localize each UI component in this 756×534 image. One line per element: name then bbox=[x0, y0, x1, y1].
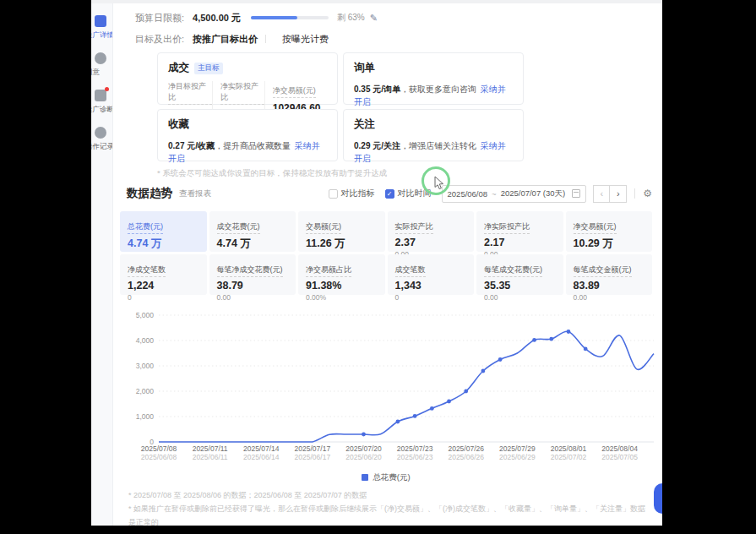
metric-label: 实际投产比 bbox=[395, 221, 433, 234]
metric-value: 11.26 万 bbox=[306, 237, 378, 251]
svg-text:5,000: 5,000 bbox=[136, 311, 155, 319]
svg-text:2025/07/26: 2025/07/26 bbox=[448, 444, 484, 453]
metric-tile[interactable]: 总花费(元)4.74 万0.00 bbox=[120, 211, 207, 252]
app-window: 推广详情创意推广诊断操作记录 预算日限额: 4,500.00 元 剩 63% ✎… bbox=[91, 0, 662, 526]
metric-compare-value: 0.00 bbox=[484, 293, 556, 302]
budget-slider[interactable] bbox=[251, 16, 329, 19]
svg-text:2025/08/01: 2025/08/01 bbox=[551, 444, 587, 453]
svg-text:2025/07/23: 2025/07/23 bbox=[397, 444, 433, 453]
metric-label: 交易额(元) bbox=[306, 221, 341, 234]
metric-tile[interactable]: 每笔成交金额(元)83.890.00 bbox=[566, 254, 653, 295]
goal-card-title: 收藏 bbox=[168, 117, 189, 132]
svg-text:2025/06/26: 2025/06/26 bbox=[448, 453, 484, 461]
bidding-option-exposure[interactable]: 按曝光计费 bbox=[282, 33, 329, 46]
campaign-icon bbox=[95, 15, 106, 27]
svg-text:2025/06/11: 2025/06/11 bbox=[193, 453, 228, 461]
trend-chart: 01,0002,0003,0004,0005,0002025/07/082025… bbox=[120, 308, 652, 471]
metric-value: 2.37 bbox=[395, 237, 467, 248]
svg-text:4,000: 4,000 bbox=[136, 336, 155, 345]
svg-text:2025/06/23: 2025/06/23 bbox=[397, 453, 433, 461]
goal-card-follow[interactable]: 关注 0.29 元/关注，增强店铺关注转化 采纳并开启 bbox=[343, 109, 524, 161]
budget-remaining: 剩 63% bbox=[337, 12, 365, 24]
divider bbox=[265, 35, 266, 43]
favorite-price: 0.27 元/收藏 bbox=[168, 141, 215, 150]
metric-tile[interactable]: 净交易额占比91.38%0.00% bbox=[298, 254, 385, 295]
next-period-button[interactable]: › bbox=[610, 185, 627, 203]
date-separator: ~ bbox=[492, 189, 497, 199]
goal-card-title: 成交 bbox=[168, 61, 189, 75]
metric-label: 净实际投产比 bbox=[484, 221, 530, 234]
svg-text:2025/08/04: 2025/08/04 bbox=[601, 444, 638, 453]
checkbox-checked[interactable]: ✓ bbox=[385, 189, 394, 199]
svg-text:2025/06/29: 2025/06/29 bbox=[499, 453, 536, 461]
sidebar-item[interactable]: 推广诊断 bbox=[91, 90, 112, 115]
trend-header: 数据趋势 查看报表 对比指标 ✓ 对比时间 2025/06/08 bbox=[120, 184, 652, 203]
metric-value: 35.35 bbox=[484, 280, 556, 292]
goal-cards-grid: 成交 主目标 净目标投产比ⓘ 2.45✎ 净实际投产比 2.17 bbox=[157, 52, 662, 161]
sidebar-item[interactable]: 创意 bbox=[91, 52, 112, 78]
date-nav: ‹ › bbox=[593, 185, 627, 203]
date-range-picker[interactable]: 2025/06/08 ~ 2025/07/07 (30天) bbox=[442, 185, 587, 203]
metric-compare-value: 0 bbox=[395, 293, 467, 302]
metric-tile[interactable]: 实际投产比2.370.00 bbox=[388, 211, 475, 252]
trend-title: 数据趋势 bbox=[127, 186, 172, 201]
sidebar-item[interactable]: 推广详情 bbox=[91, 15, 112, 41]
metric-value: 1,343 bbox=[395, 280, 467, 292]
feedback-button[interactable] bbox=[654, 483, 662, 514]
metric-value: 2.17 bbox=[484, 237, 556, 248]
metric-label: 净交易额占比 bbox=[306, 264, 351, 277]
date-start: 2025/06/08 bbox=[448, 189, 488, 199]
budget-label: 预算日限额: bbox=[135, 12, 184, 25]
screen: 推广详情创意推广诊断操作记录 预算日限额: 4,500.00 元 剩 63% ✎… bbox=[0, 0, 756, 534]
sidebar-item-label: 创意 bbox=[91, 68, 100, 78]
metric-tile[interactable]: 交易额(元)11.26 万0.00 bbox=[298, 211, 385, 252]
compare-metric-checkbox[interactable]: 对比指标 bbox=[329, 188, 375, 199]
goal-card-inquiry[interactable]: 询单 0.35 元/询单，获取更多意向咨询 采纳并开启 bbox=[343, 52, 524, 105]
trend-metrics-row1: 总花费(元)4.74 万0.00成交花费(元)4.74 万0.00交易额(元)1… bbox=[120, 211, 652, 252]
budget-goals-panel: 预算日限额: 4,500.00 元 剩 63% ✎ 目标及出价: 按推广目标出价… bbox=[113, 3, 662, 177]
svg-text:2025/06/14: 2025/06/14 bbox=[243, 453, 280, 461]
goal-card-favorite[interactable]: 收藏 0.27 元/收藏，提升商品收藏数量 采纳并开启 bbox=[157, 109, 338, 161]
metric-tile[interactable]: 每笔成交花费(元)35.350.00 bbox=[476, 254, 563, 295]
metric-tile[interactable]: 净交易额(元)10.29 万0.00 bbox=[566, 211, 653, 252]
metric-value: 1,224 bbox=[128, 280, 199, 292]
sidebar-item[interactable]: 操作记录 bbox=[91, 127, 112, 152]
metric-label: 成交笔数 bbox=[395, 264, 426, 277]
settings-gear-icon[interactable]: ⚙ bbox=[643, 188, 652, 199]
main-area: 预算日限额: 4,500.00 元 剩 63% ✎ 目标及出价: 按推广目标出价… bbox=[113, 3, 662, 526]
svg-text:2025/06/17: 2025/06/17 bbox=[295, 453, 331, 461]
sidebar-item-label: 操作记录 bbox=[91, 142, 113, 152]
metric-label: 每笔成交花费(元) bbox=[484, 264, 542, 277]
metric-value: 38.79 bbox=[217, 280, 289, 292]
metric-tile[interactable]: 每笔净成交花费(元)38.790.00 bbox=[209, 254, 296, 295]
calendar-icon bbox=[572, 189, 580, 198]
sidebar-item-label: 推广详情 bbox=[91, 30, 113, 41]
metric-compare-value: 0.00 bbox=[217, 293, 289, 302]
metric-tile[interactable]: 净实际投产比2.170.00 bbox=[476, 211, 563, 252]
bidding-label: 目标及出价: bbox=[135, 33, 184, 46]
date-end: 2025/07/07 (30天) bbox=[501, 188, 566, 199]
svg-text:2025/07/02: 2025/07/02 bbox=[551, 453, 587, 461]
goal-card-deal[interactable]: 成交 主目标 净目标投产比ⓘ 2.45✎ 净实际投产比 2.17 bbox=[157, 52, 338, 105]
checkbox-unchecked[interactable] bbox=[329, 189, 338, 199]
inquiry-price: 0.35 元/询单 bbox=[354, 84, 400, 94]
metric-value: 4.74 万 bbox=[128, 237, 199, 251]
view-report-link[interactable]: 查看报表 bbox=[179, 188, 211, 199]
metric-tile[interactable]: 净成交笔数1,2240 bbox=[120, 254, 207, 295]
svg-text:2025/07/14: 2025/07/14 bbox=[243, 444, 280, 453]
svg-text:2025/07/08: 2025/07/08 bbox=[141, 444, 177, 453]
follow-price: 0.29 元/关注 bbox=[354, 141, 400, 150]
legend-swatch bbox=[362, 474, 368, 481]
metric-label: 净成交笔数 bbox=[128, 264, 166, 277]
bidding-option-goal[interactable]: 按推广目标出价 bbox=[193, 33, 258, 46]
metric-tile[interactable]: 成交花费(元)4.74 万0.00 bbox=[209, 211, 296, 252]
metric-tile[interactable]: 成交笔数1,3430 bbox=[388, 254, 475, 295]
budget-row: 预算日限额: 4,500.00 元 剩 63% ✎ bbox=[135, 10, 662, 25]
bidding-row: 目标及出价: 按推广目标出价 按曝光计费 bbox=[135, 32, 662, 46]
edit-budget-icon[interactable]: ✎ bbox=[370, 13, 378, 24]
divider bbox=[634, 188, 635, 199]
metric-value: 10.29 万 bbox=[574, 237, 645, 251]
prev-period-button[interactable]: ‹ bbox=[593, 185, 610, 203]
trend-controls: 对比指标 ✓ 对比时间 2025/06/08 ~ 2025/07/07 (30天… bbox=[329, 185, 652, 203]
compare-time-checkbox[interactable]: ✓ 对比时间 bbox=[385, 188, 432, 199]
